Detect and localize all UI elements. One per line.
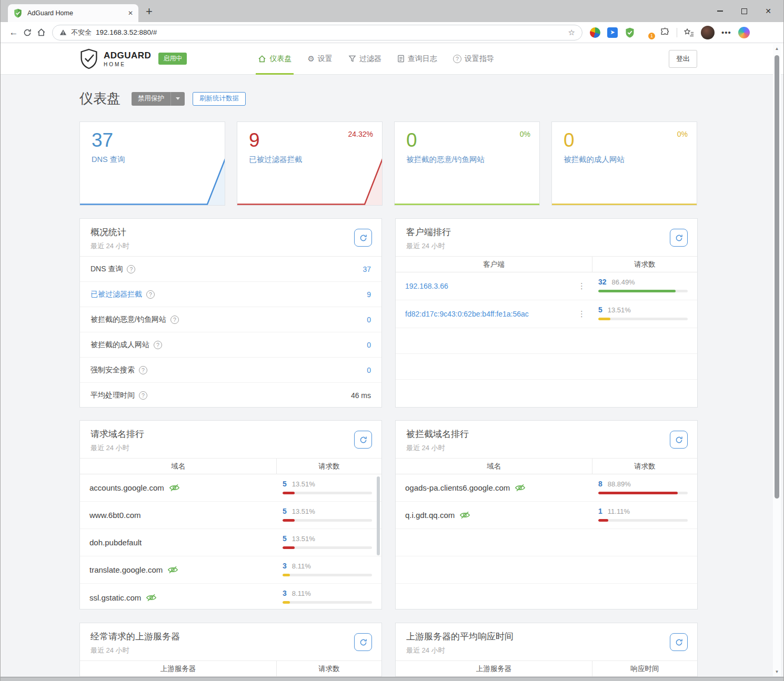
refresh-button[interactable]	[354, 431, 372, 449]
table-header: 域名 请求数	[80, 459, 381, 474]
extensions-puzzle-icon[interactable]	[659, 27, 670, 38]
eye-slash-icon[interactable]	[515, 484, 526, 492]
progress-fill	[283, 519, 295, 522]
adguard-extension-icon[interactable]	[625, 27, 635, 38]
empty-row	[396, 556, 697, 584]
status-badge: 启用中	[158, 53, 187, 65]
scroll-down-icon[interactable]: ▼	[773, 669, 781, 674]
progress-track	[283, 492, 372, 494]
client-link[interactable]: fd82:d17c:9c43:0:62be:b4ff:fe1a:56ac	[405, 310, 529, 318]
profile-avatar[interactable]	[701, 26, 715, 39]
question-circle-icon: ?	[453, 55, 461, 63]
eye-slash-icon[interactable]	[169, 484, 180, 492]
progress-fill	[598, 519, 608, 522]
browser-menu-icon[interactable]: •••	[721, 28, 731, 37]
help-icon[interactable]: ?	[127, 265, 135, 273]
domain-name[interactable]: ssl.gstatic.com	[89, 593, 141, 602]
client-link[interactable]: 192.168.3.66	[405, 282, 448, 290]
refresh-statistics-button[interactable]: 刷新统计数据	[193, 92, 246, 106]
stat-row-label: 被拦截的成人网站	[91, 340, 149, 350]
kebab-menu-icon[interactable]: ⋮	[578, 309, 586, 319]
browser-tab[interactable]: AdGuard Home ✕	[8, 4, 138, 22]
tab-settings[interactable]: ⚙ 设置	[307, 43, 332, 75]
home-icon	[258, 55, 266, 63]
security-label[interactable]: 不安全	[71, 28, 92, 37]
refresh-button[interactable]	[670, 431, 688, 449]
minimize-button[interactable]	[708, 0, 732, 22]
eye-slash-icon[interactable]	[459, 511, 470, 519]
refresh-button[interactable]	[670, 633, 688, 651]
help-icon[interactable]: ?	[154, 341, 162, 349]
home-nav-icon[interactable]	[34, 28, 48, 37]
domain-name[interactable]: ogads-pa.clients6.google.com	[405, 483, 510, 492]
favorite-star-icon[interactable]: ☆	[568, 28, 575, 37]
tab-close-icon[interactable]: ✕	[128, 9, 133, 17]
help-icon[interactable]: ?	[139, 366, 147, 374]
collections-icon[interactable]	[684, 28, 694, 37]
progress-track	[598, 318, 688, 320]
refresh-button[interactable]	[670, 229, 688, 247]
copilot-icon[interactable]	[738, 27, 750, 38]
stat-row-value: 37	[363, 265, 371, 273]
address-bar[interactable]: 不安全 192.168.3.52:880/# ☆	[52, 25, 582, 40]
logout-button[interactable]: 登出	[669, 50, 697, 68]
domain-name[interactable]: translate.google.com	[89, 565, 163, 574]
idm-extension-icon[interactable]	[590, 27, 600, 38]
browser-toolbar: ← 不安全 192.168.3.52:880/# ☆ ➤ 1	[1, 22, 783, 43]
empty-row	[396, 380, 697, 405]
help-icon[interactable]: ?	[146, 290, 155, 299]
refresh-button[interactable]	[354, 633, 372, 651]
request-count: 5	[598, 306, 602, 314]
domain-name[interactable]: www.6bt0.com	[89, 511, 141, 520]
empty-row	[396, 529, 697, 556]
help-icon[interactable]: ?	[170, 316, 179, 324]
request-percent: 86.49%	[612, 278, 635, 286]
tab-dashboard[interactable]: 仪表盘	[258, 43, 292, 75]
page-scrollbar[interactable]: ▲ ▼	[773, 44, 781, 676]
tab-query-log[interactable]: 查询日志	[397, 43, 437, 75]
progress-fill	[598, 318, 610, 320]
domain-name[interactable]: doh.pubdefault	[89, 538, 142, 547]
help-icon[interactable]: ?	[139, 391, 147, 400]
progress-track	[283, 519, 372, 522]
domain-name[interactable]: accounts.google.com	[89, 483, 164, 492]
table-row: doh.pubdefault 513.51%	[80, 529, 381, 556]
column-header-domain: 域名	[80, 459, 276, 474]
scrollbar-thumb[interactable]	[775, 55, 779, 499]
browser-window: AdGuard Home ✕ + ✕ ← 不安全 192.168.3.52:88…	[0, 0, 784, 681]
refresh-icon	[359, 436, 367, 444]
reload-icon[interactable]	[21, 28, 34, 37]
back-icon[interactable]: ←	[7, 27, 21, 38]
stat-row-label: 被拦截的恶意/钓鱼网站	[91, 315, 166, 324]
filter-funnel-icon	[348, 55, 356, 63]
eye-slash-icon[interactable]	[146, 594, 157, 602]
request-count: 5	[283, 480, 287, 488]
refresh-icon	[675, 234, 683, 242]
adguard-favicon-icon	[13, 8, 23, 18]
url-text[interactable]: 192.168.3.52:880/#	[96, 28, 564, 36]
stat-row-value: 46 ms	[351, 391, 371, 400]
new-tab-button[interactable]: +	[146, 5, 153, 18]
bird-extension-icon[interactable]: 1	[642, 27, 652, 38]
top-upstreams-panel: 经常请求的上游服务器 最近 24 小时 上游服务器 请求数	[79, 623, 382, 681]
maximize-button[interactable]	[732, 0, 756, 22]
stat-row-label: 强制安全搜索	[91, 365, 135, 375]
eye-slash-icon[interactable]	[167, 566, 178, 574]
close-button[interactable]: ✕	[756, 0, 780, 22]
disable-protection-button[interactable]: 禁用保护	[132, 92, 185, 106]
table-scrollbar[interactable]	[377, 476, 380, 555]
scroll-up-icon[interactable]: ▲	[773, 46, 781, 51]
tab-setup-guide[interactable]: ? 设置指导	[453, 43, 494, 75]
panel-title: 概况统计	[91, 226, 371, 238]
kebab-menu-icon[interactable]: ⋮	[578, 281, 586, 291]
progress-track	[283, 601, 372, 604]
refresh-button[interactable]	[354, 229, 372, 247]
top-clients-panel: 客户端排行 最近 24 小时 客户端 请求数 192.168.3.66 ⋮	[395, 218, 698, 408]
page-title: 仪表盘	[79, 89, 120, 108]
share-extension-icon[interactable]: ➤	[607, 27, 618, 38]
panel-subtitle: 最近 24 小时	[91, 646, 371, 655]
domain-name[interactable]: q.i.gdt.qq.com	[405, 511, 455, 520]
chevron-down-icon[interactable]	[171, 92, 185, 106]
stat-value: 9	[249, 130, 260, 150]
tab-filters[interactable]: 过滤器	[348, 43, 381, 75]
